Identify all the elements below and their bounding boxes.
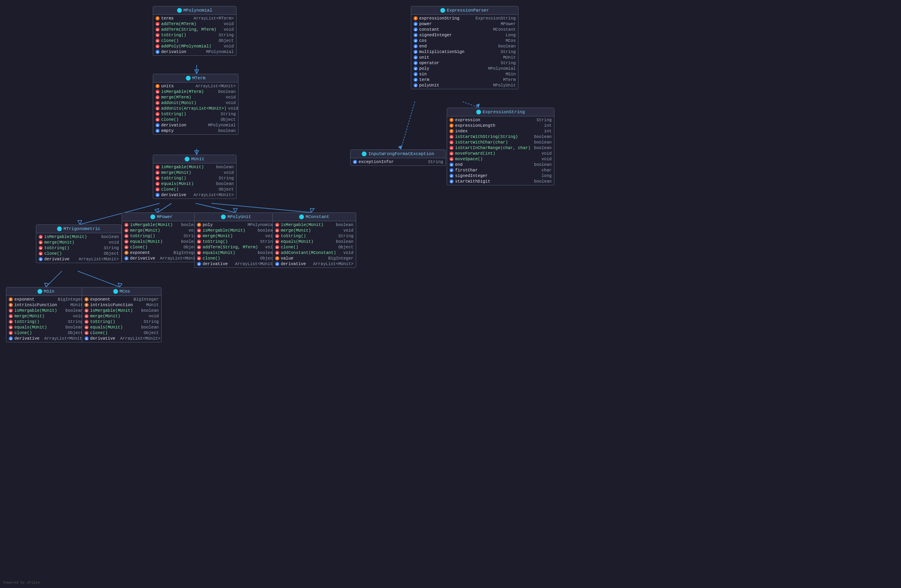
class-header-msin: MSin	[6, 287, 85, 296]
method-merge: m merge(MUnit) void	[6, 313, 85, 319]
method-equals: m equals(MUnit) boolean	[6, 324, 85, 330]
class-header-mpolynomial: MPolynomial	[153, 6, 236, 15]
method-icon: m	[156, 22, 160, 26]
field-end: d end boolean	[447, 162, 554, 167]
field-polyunit: d polyUnit MPolyUnit	[411, 83, 518, 88]
method-icon: m	[156, 28, 160, 31]
class-name: MPolyUnit	[227, 214, 251, 219]
svg-line-14	[78, 271, 120, 287]
method-ismergable: m isMergable(MUnit) boolean	[122, 222, 201, 228]
class-header-mconstant: MConstant	[273, 213, 356, 221]
method-icon: m	[450, 135, 453, 139]
svg-line-10	[211, 203, 311, 212]
class-icon	[150, 214, 155, 219]
field-icon: f	[156, 84, 160, 88]
method-icon: m	[275, 234, 279, 238]
svg-line-18	[401, 102, 415, 149]
method-icon: m	[85, 320, 89, 324]
field-power: d power MPower	[411, 21, 518, 27]
method-addterm: m addTerm(String, MTerm) void	[195, 244, 278, 250]
class-mtrigonometric: MTrigonometric m isMergable(MUnit) boole…	[36, 224, 122, 263]
svg-marker-13	[45, 283, 49, 287]
method-icon: m	[275, 240, 279, 244]
class-icon	[221, 214, 226, 219]
class-body: m isMergable(MUnit) boolean m merge(MUni…	[153, 163, 236, 199]
class-name: MUnit	[191, 157, 204, 161]
method-ismergable: m isMergable(MUnit) boolean	[36, 234, 121, 240]
method-clone: m clone() Object	[153, 187, 236, 192]
class-name: MPolynomial	[183, 8, 213, 13]
method-tostring: m toString() String	[153, 32, 236, 38]
method-clone: m clone() Object	[82, 330, 161, 336]
field-icon: d	[414, 61, 418, 65]
method-isstartwithchar: m isStartWithChar(char) boolean	[447, 140, 554, 145]
field-icon: d	[414, 83, 418, 87]
class-header-mterm: MTerm	[153, 74, 238, 83]
class-expressionparser: ExpressionParser f expressionString Expr…	[411, 6, 519, 89]
class-icon	[362, 151, 367, 156]
class-body: m isMergable(MUnit) boolean m merge(MUni…	[36, 233, 121, 263]
method-ismergable: m isMergable(MTerm) boolean	[153, 89, 238, 94]
method-equals: m equals(MUnit) boolean	[195, 250, 278, 256]
method-clone: m clone() Object	[153, 117, 238, 122]
method-icon: m	[275, 223, 279, 227]
class-icon	[476, 110, 481, 114]
class-body: f units ArrayList<MUnit> m isMergable(MT…	[153, 83, 238, 134]
field-expression: f expression String	[447, 117, 554, 123]
class-icon	[186, 76, 191, 81]
method-icon: m	[450, 157, 453, 161]
class-icon	[113, 289, 118, 294]
class-header-mtrig: MTrigonometric	[36, 225, 121, 233]
svg-line-6	[158, 203, 172, 212]
method-icon: m	[275, 251, 279, 255]
field-icon: d	[85, 336, 89, 340]
method-icon: m	[156, 33, 160, 37]
class-header-munit: MUnit	[153, 155, 236, 163]
field-icon: d	[414, 22, 418, 26]
method-tostring: m toString() String	[153, 111, 238, 117]
method-icon: m	[124, 245, 128, 249]
field-expressionlength: f expressionLength int	[447, 123, 554, 128]
method-tostring: m toString() String	[82, 319, 161, 324]
field-derivative: d derivative ArrayList<MUnit>	[6, 336, 85, 341]
class-name: MPower	[157, 214, 173, 219]
class-name: MCos	[120, 289, 130, 294]
field-exponent: f exponent BigInteger	[82, 297, 161, 302]
method-icon: m	[85, 325, 89, 329]
method-tostring: m toString() String	[195, 239, 278, 244]
field-constant: d constant MConstant	[411, 27, 518, 32]
method-isstartwithstring: m isStartWithString(String) boolean	[447, 134, 554, 140]
class-mpolyunit: MPolyUnit f poly MPolynomial m isMergabl…	[194, 212, 278, 268]
field-icon: d	[414, 72, 418, 76]
field-icon: f	[124, 251, 128, 255]
method-icon: m	[197, 234, 201, 238]
field-icon: f	[9, 303, 13, 307]
method-icon: m	[450, 151, 453, 155]
field-icon: d	[414, 39, 418, 43]
class-mpolynomial: MPolynomial f terms ArrayList<MTerm> m a…	[153, 6, 237, 56]
class-icon	[177, 8, 182, 13]
field-icon: f	[414, 16, 418, 20]
field-icon: d	[156, 129, 160, 133]
method-icon: m	[156, 101, 160, 105]
class-munit: MUnit m isMergable(MUnit) boolean m merg…	[153, 155, 237, 199]
field-icon: d	[450, 163, 453, 167]
class-header-inputwrong: InputWrongFormatException	[351, 150, 446, 158]
method-icon: m	[124, 228, 128, 232]
method-ismergable: m isMergable(MUnit) boolean	[6, 308, 85, 313]
field-icon: d	[414, 33, 418, 37]
method-icon: m	[156, 118, 160, 122]
class-body: d exceptionInfor String	[351, 158, 446, 165]
field-icon: f	[85, 303, 89, 307]
method-addconstant: m addConstant(MConstant) void	[273, 250, 356, 256]
method-icon: m	[85, 314, 89, 318]
class-mpower: MPower m isMergable(MUnit) boolean m mer…	[122, 212, 201, 262]
field-icon: d	[414, 50, 418, 54]
svg-marker-7	[155, 208, 159, 212]
svg-marker-19	[398, 146, 402, 149]
class-icon	[57, 226, 62, 231]
field-icon: f	[275, 256, 279, 260]
field-derivation: d derivation MPolynomial	[153, 49, 236, 55]
field-exceptioninfor: d exceptionInfor String	[351, 159, 446, 165]
method-icon: m	[156, 112, 160, 116]
